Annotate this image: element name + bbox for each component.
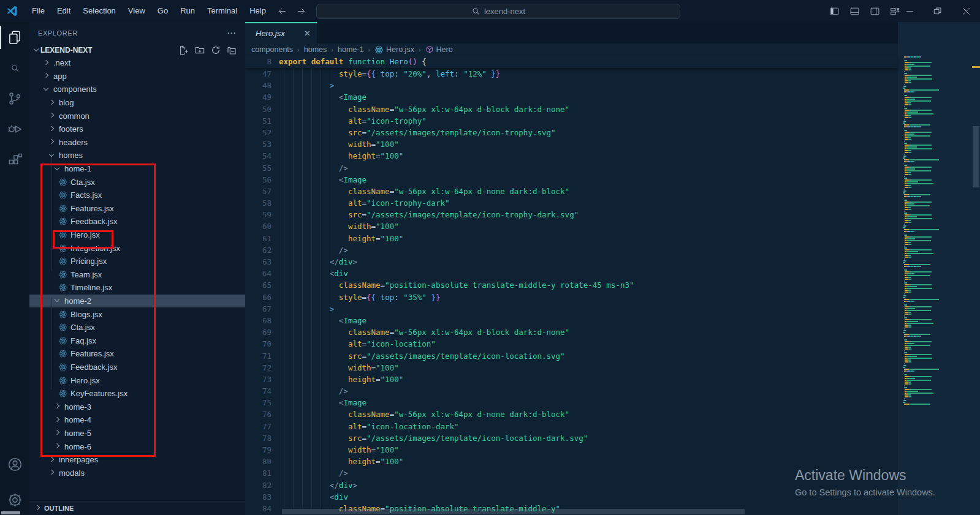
layout-panel-icon[interactable] xyxy=(849,6,860,17)
tree-item-modals[interactable]: modals xyxy=(29,466,245,479)
tree-item-keyfeatures.jsx[interactable]: KeyFeatures.jsx xyxy=(29,387,245,400)
history-nav xyxy=(277,0,306,22)
close-button[interactable] xyxy=(952,0,980,22)
minimap[interactable] xyxy=(898,56,972,515)
chevron-right-icon xyxy=(47,468,56,477)
restore-button[interactable] xyxy=(924,0,952,22)
outline-section[interactable]: OUTLINE xyxy=(29,501,245,515)
arrow-left-icon[interactable] xyxy=(277,6,287,17)
menu-selection[interactable]: Selection xyxy=(77,0,121,22)
menu-help[interactable]: Help xyxy=(243,0,272,22)
vertical-scrollbar-thumb[interactable] xyxy=(973,126,979,187)
tree-item-facts.jsx[interactable]: Facts.jsx xyxy=(29,189,245,202)
activity-settings[interactable] xyxy=(0,484,29,515)
vertical-scrollbar[interactable] xyxy=(972,22,980,515)
menu-edit[interactable]: Edit xyxy=(51,0,77,22)
activity-run-and-debug[interactable] xyxy=(0,114,29,145)
activity-extensions[interactable] xyxy=(0,145,29,175)
breadcrumb-item[interactable]: home-1 xyxy=(338,45,363,54)
breadcrumb-item[interactable]: homes xyxy=(304,45,327,54)
tree-item-home-2[interactable]: home-2 xyxy=(29,295,245,308)
code-line: 60 width="100" xyxy=(245,220,980,232)
react-icon xyxy=(58,204,67,213)
tree-item-label: home-3 xyxy=(64,402,91,412)
line-number: 79 xyxy=(245,444,272,456)
tree-item-feedback.jsx[interactable]: Feedback.jsx xyxy=(29,215,245,228)
chevron-right-icon xyxy=(53,416,61,424)
workspace-section-header[interactable]: LEXEND-NEXT xyxy=(29,44,245,56)
menu-go[interactable]: Go xyxy=(151,0,174,22)
breadcrumb-item[interactable]: Hero.jsx xyxy=(374,45,414,55)
tree-item-home-1[interactable]: home-1 xyxy=(29,162,245,176)
tree-item-blogs.jsx[interactable]: Blogs.jsx xyxy=(29,307,245,321)
code-line: 71 src="/assets/images/template/icon-loc… xyxy=(245,350,980,362)
tree-item-feedback.jsx[interactable]: Feedback.jsx xyxy=(29,361,245,374)
chevron-right-icon xyxy=(47,111,56,120)
layout-sidebar-left-icon[interactable] xyxy=(829,6,840,17)
tree-item-label: Blogs.jsx xyxy=(70,310,102,319)
tree-item-footers[interactable]: footers xyxy=(29,122,245,136)
tree-item-integretion.jsx[interactable]: Integretion.jsx xyxy=(29,241,245,255)
tree-item-features.jsx[interactable]: Features.jsx xyxy=(29,202,245,216)
explorer-more-icon[interactable]: ⋯ xyxy=(227,28,237,39)
collapse-all-icon[interactable] xyxy=(227,45,237,55)
menu-terminal[interactable]: Terminal xyxy=(201,0,243,22)
tree-item-pricing.jsx[interactable]: Pricing.jsx xyxy=(29,255,245,268)
chevron-right-icon xyxy=(47,125,56,133)
vscode-logo-icon xyxy=(6,5,18,17)
tree-item-home-5[interactable]: home-5 xyxy=(29,427,245,440)
react-icon xyxy=(58,349,67,358)
breadcrumb-item[interactable]: components xyxy=(251,45,293,54)
react-icon xyxy=(58,283,67,292)
command-center-search[interactable]: lexend-next xyxy=(316,4,680,19)
tree-item-blog[interactable]: blog xyxy=(29,96,245,110)
breadcrumb-item[interactable]: Hero xyxy=(425,45,453,54)
search-label: lexend-next xyxy=(484,7,525,16)
chevron-right-icon xyxy=(33,504,42,513)
breadcrumb-separator: › xyxy=(368,46,370,53)
tree-item-label: modals xyxy=(59,468,85,478)
tree-item-faq.jsx[interactable]: Faq.jsx xyxy=(29,334,245,347)
activity-source-control[interactable] xyxy=(0,83,29,114)
menu-file[interactable]: File xyxy=(26,0,51,22)
chevron-down-icon xyxy=(47,151,56,160)
tree-item-.next[interactable]: .next xyxy=(29,56,245,70)
bottom-left-scrollbar[interactable] xyxy=(1,511,20,514)
tab-hero-jsx[interactable]: Hero.jsx ✕ xyxy=(245,22,317,43)
tab-close-icon[interactable]: ✕ xyxy=(304,29,311,38)
new-folder-icon[interactable] xyxy=(195,45,205,55)
tree-item-cta.jsx[interactable]: Cta.jsx xyxy=(29,321,245,334)
tree-item-team.jsx[interactable]: Team.jsx xyxy=(29,268,245,282)
tree-item-innerpages[interactable]: innerpages xyxy=(29,453,245,467)
tree-item-hero.jsx[interactable]: Hero.jsx xyxy=(29,228,245,242)
activity-accounts[interactable] xyxy=(0,449,29,479)
tree-item-hero.jsx[interactable]: Hero.jsx xyxy=(29,374,245,387)
tree-item-timeline.jsx[interactable]: Timeline.jsx xyxy=(29,281,245,295)
line-number: 54 xyxy=(245,150,272,162)
tree-item-app[interactable]: app xyxy=(29,70,245,83)
react-icon xyxy=(58,190,67,200)
menu-run[interactable]: Run xyxy=(174,0,201,22)
arrow-right-icon[interactable] xyxy=(296,6,306,17)
tree-item-headers[interactable]: headers xyxy=(29,136,245,149)
code-area[interactable]: 47 style={{ top: "20%", left: "12%" }}48… xyxy=(245,68,980,515)
tree-item-common[interactable]: common xyxy=(29,109,245,122)
refresh-icon[interactable] xyxy=(211,45,221,55)
activity-search[interactable] xyxy=(0,53,29,83)
breadcrumb-separator: › xyxy=(419,46,421,53)
code-line: 47 style={{ top: "20%", left: "12%" }} xyxy=(245,68,980,80)
horizontal-scrollbar-thumb[interactable] xyxy=(282,509,745,514)
new-file-icon[interactable] xyxy=(179,45,189,55)
tree-item-home-3[interactable]: home-3 xyxy=(29,400,245,413)
code-line: 72 width="100" xyxy=(245,362,980,374)
tree-item-home-4[interactable]: home-4 xyxy=(29,413,245,427)
tree-item-homes[interactable]: homes xyxy=(29,149,245,162)
tree-item-home-6[interactable]: home-6 xyxy=(29,440,245,453)
menu-view[interactable]: View xyxy=(122,0,151,22)
tree-item-components[interactable]: components xyxy=(29,83,245,96)
layout-sidebar-right-icon[interactable] xyxy=(870,6,880,17)
activity-explorer[interactable] xyxy=(0,22,29,53)
tree-item-cta.jsx[interactable]: Cta.jsx xyxy=(29,175,245,189)
minimize-button[interactable] xyxy=(895,0,924,22)
tree-item-features.jsx[interactable]: Features.jsx xyxy=(29,347,245,361)
